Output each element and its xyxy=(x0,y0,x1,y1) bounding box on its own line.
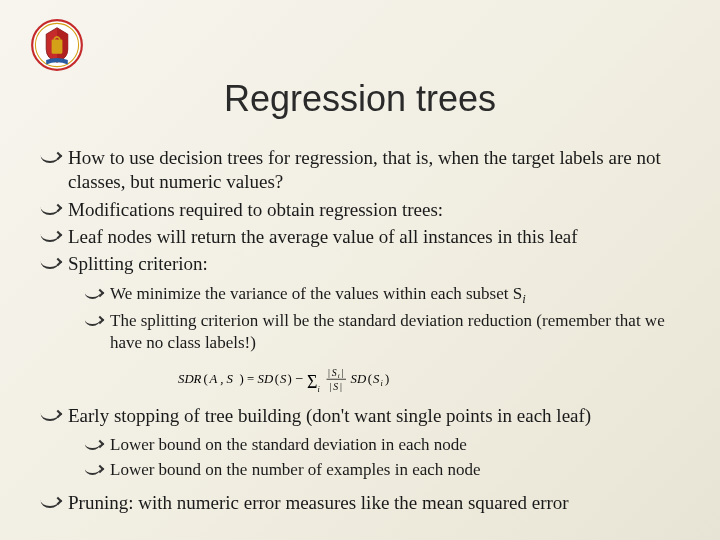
institution-logo-icon xyxy=(30,18,84,72)
svg-text:S: S xyxy=(333,381,338,392)
svg-text:i: i xyxy=(318,385,321,394)
sub-bullet-item: The splitting criterion will be the stan… xyxy=(86,310,680,354)
bullet-text: Modifications required to obtain regress… xyxy=(68,199,443,220)
svg-text:): ) xyxy=(288,372,292,386)
sub-bullet-list: We minimize the variance of the values w… xyxy=(86,283,680,354)
svg-text:): ) xyxy=(385,372,389,386)
sdr-formula: SDR ( A , S ) = SD ( S ) − Σ i | S i | xyxy=(178,364,680,398)
svg-text:SD: SD xyxy=(351,372,367,386)
svg-text:Σ: Σ xyxy=(307,371,317,391)
bullet-text: Pruning: with numeric error measures lik… xyxy=(68,492,569,513)
bullet-text: How to use decision trees for regression… xyxy=(68,147,661,192)
sub-bullet-item: Lower bound on the standard deviation in… xyxy=(86,434,680,456)
sub-bullet-text: Lower bound on the number of examples in… xyxy=(110,460,481,479)
bullet-item: Splitting criterion: We minimize the var… xyxy=(40,252,680,398)
sub-bullet-text: The splitting criterion will be the stan… xyxy=(110,311,665,352)
sub-bullet-text: Lower bound on the standard deviation in… xyxy=(110,435,467,454)
slide-title: Regression trees xyxy=(40,78,680,120)
svg-text:|: | xyxy=(330,381,332,392)
sub-bullet-list: Lower bound on the standard deviation in… xyxy=(86,434,680,481)
svg-text:(: ( xyxy=(204,372,208,386)
sub-bullet-item: We minimize the variance of the values w… xyxy=(86,283,680,308)
svg-text:S: S xyxy=(332,366,337,377)
svg-text:S: S xyxy=(373,372,380,386)
bullet-item: Modifications required to obtain regress… xyxy=(40,198,680,222)
sub-bullet-item: Lower bound on the number of examples in… xyxy=(86,459,680,481)
slide: Regression trees How to use decision tre… xyxy=(0,0,720,540)
svg-text:|: | xyxy=(340,381,342,392)
bullet-text: Splitting criterion: xyxy=(68,253,208,274)
bullet-item: Pruning: with numeric error measures lik… xyxy=(40,491,680,515)
svg-text:(: ( xyxy=(368,372,372,386)
bullet-item: How to use decision trees for regression… xyxy=(40,146,680,195)
svg-rect-2 xyxy=(52,40,63,54)
svg-text:A , S: A , S xyxy=(209,372,234,386)
svg-text:SDR: SDR xyxy=(178,372,202,386)
svg-text:=: = xyxy=(247,372,254,386)
svg-text:i: i xyxy=(338,372,340,379)
svg-text:SD: SD xyxy=(258,372,274,386)
sub-bullet-text: We minimize the variance of the values w… xyxy=(110,284,526,303)
bullet-item: Leaf nodes will return the average value… xyxy=(40,225,680,249)
svg-text:(: ( xyxy=(275,372,279,386)
svg-text:|: | xyxy=(342,366,344,377)
svg-text:i: i xyxy=(381,379,384,388)
bullet-item: Early stopping of tree building (don't w… xyxy=(40,404,680,481)
bullet-text: Early stopping of tree building (don't w… xyxy=(68,405,591,426)
svg-text:S: S xyxy=(280,372,287,386)
svg-text:): ) xyxy=(240,372,244,386)
bullet-text: Leaf nodes will return the average value… xyxy=(68,226,578,247)
bullet-list: How to use decision trees for regression… xyxy=(40,146,680,515)
svg-text:|: | xyxy=(328,366,330,377)
svg-text:−: − xyxy=(295,370,303,386)
